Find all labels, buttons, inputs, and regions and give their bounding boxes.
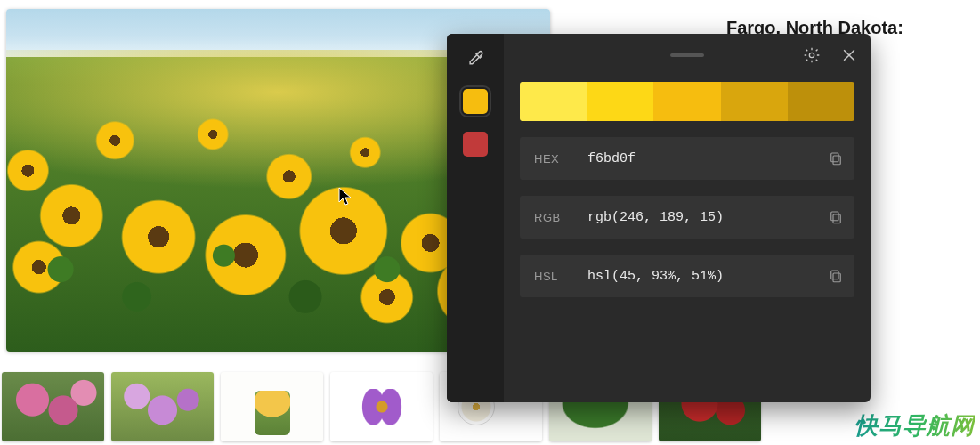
color-picker-panel: HEXf6bd0fRGBrgb(246, 189, 15)HSLhsl(45, … [447,34,871,402]
color-format-row-hex: HEXf6bd0f [520,137,854,180]
svg-rect-1 [833,156,840,165]
picker-titlebar[interactable] [504,34,871,77]
color-format-row-hsl: HSLhsl(45, 93%, 51%) [520,255,854,297]
picker-sidebar [447,34,504,402]
color-format-value: rgb(246, 189, 15) [587,210,828,225]
svg-rect-3 [833,214,840,223]
svg-rect-2 [831,153,838,162]
color-format-label: HEX [534,152,587,166]
thumbnail-image[interactable] [221,372,323,441]
shade-swatch[interactable] [653,82,720,121]
mouse-cursor-icon [338,187,352,206]
shade-swatch[interactable] [587,82,653,121]
copy-icon[interactable] [828,209,844,225]
svg-rect-5 [833,273,840,282]
shade-swatch[interactable] [788,82,854,121]
eyedropper-icon[interactable] [466,50,484,68]
thumbnail-image[interactable] [330,372,433,441]
site-watermark: 快马导航网 [854,410,975,441]
close-icon[interactable] [840,46,858,64]
color-format-row-rgb: RGBrgb(246, 189, 15) [520,196,854,239]
copy-icon[interactable] [828,268,844,284]
thumbnail-image[interactable] [2,372,104,441]
svg-rect-4 [831,212,838,221]
color-history-swatch[interactable] [463,89,488,114]
color-format-value: hsl(45, 93%, 51%) [587,269,828,284]
gear-icon[interactable] [803,46,821,64]
color-format-value: f6bd0f [587,151,828,166]
svg-rect-6 [831,271,838,279]
copy-icon[interactable] [828,150,844,166]
color-format-label: HSL [534,270,587,283]
shade-swatch[interactable] [721,82,788,121]
shade-swatch[interactable] [520,82,587,121]
svg-point-0 [809,53,814,57]
thumbnail-image[interactable] [111,372,214,441]
color-history-swatch[interactable] [463,132,488,157]
drag-handle-icon[interactable] [670,53,704,57]
color-shades-bar[interactable] [520,82,854,121]
color-format-label: RGB [534,211,587,224]
